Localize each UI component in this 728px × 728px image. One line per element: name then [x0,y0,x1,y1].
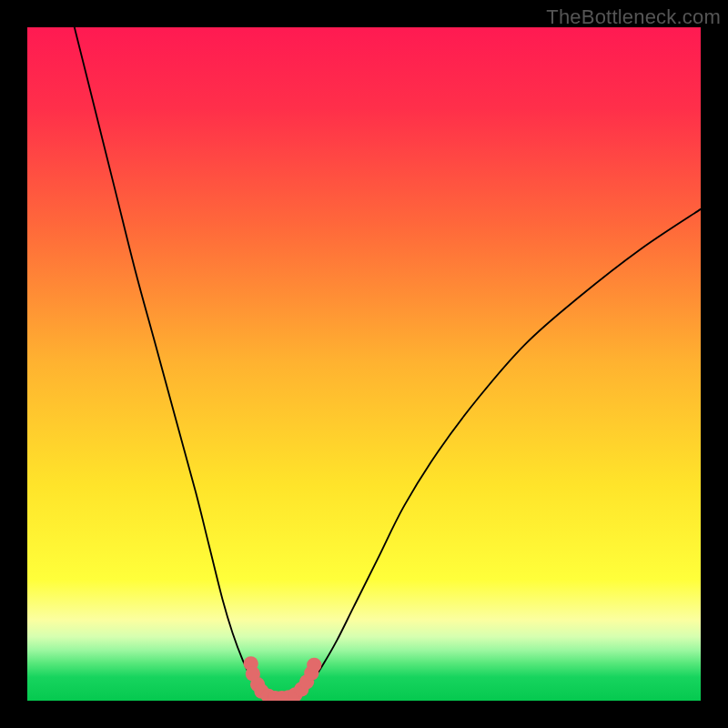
chart-frame: TheBottleneck.com [0,0,728,728]
curve-right-branch [303,209,701,691]
watermark-text: TheBottleneck.com [546,5,721,29]
plot-area [27,27,701,701]
trough-marker [307,658,321,672]
curve-layer [27,27,701,701]
trough-markers [244,656,322,701]
curve-left-branch [75,27,259,691]
